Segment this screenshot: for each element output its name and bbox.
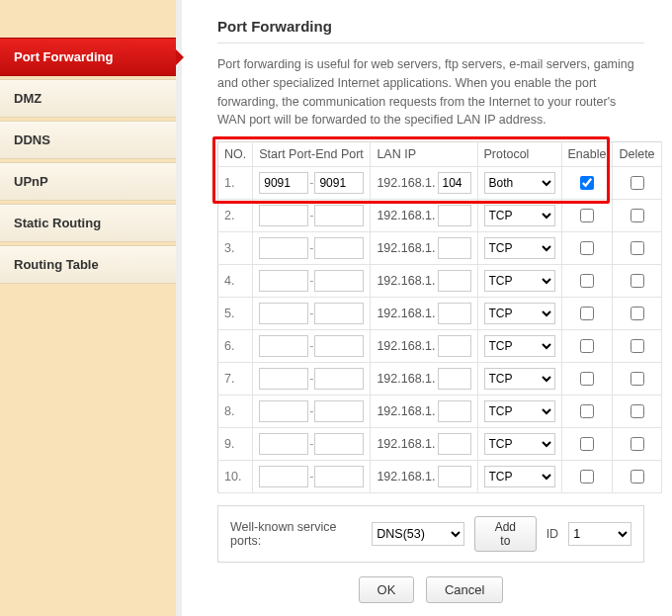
enable-checkbox[interactable]: [580, 307, 594, 320]
table-row: 3.-192.168.1.TCP: [218, 232, 662, 265]
lan-ip-last-input[interactable]: [438, 400, 471, 422]
sidebar-item-port-forwarding[interactable]: Port Forwarding: [0, 38, 176, 76]
enable-checkbox[interactable]: [580, 437, 594, 451]
lan-ip-prefix: 192.168.1.: [377, 307, 435, 320]
wellknown-ports-row: Well-known service ports: DNS(53) Add to…: [217, 505, 644, 563]
row-no: 4.: [218, 265, 253, 298]
table-row: 7.-192.168.1.TCP: [218, 363, 662, 396]
table-row: 9.-192.168.1.TCP: [218, 428, 662, 461]
start-port-input[interactable]: [259, 205, 308, 226]
protocol-select[interactable]: TCP: [484, 433, 555, 455]
enable-checkbox[interactable]: [580, 339, 594, 353]
enable-checkbox[interactable]: [580, 209, 594, 222]
enable-checkbox[interactable]: [580, 176, 594, 190]
end-port-input[interactable]: [314, 466, 364, 487]
lan-ip-last-input[interactable]: [438, 433, 471, 455]
table-row: 4.-192.168.1.TCP: [218, 265, 662, 298]
delete-checkbox[interactable]: [630, 372, 644, 386]
row-no: 2.: [218, 200, 253, 232]
start-port-input[interactable]: [259, 400, 308, 422]
wellknown-label: Well-known service ports:: [230, 520, 362, 548]
lan-ip-last-input[interactable]: [438, 172, 471, 194]
lan-ip-prefix: 192.168.1.: [377, 404, 435, 418]
delete-checkbox[interactable]: [630, 339, 644, 353]
delete-checkbox[interactable]: [630, 470, 644, 484]
lan-ip-prefix: 192.168.1.: [377, 437, 435, 451]
end-port-input[interactable]: [314, 335, 364, 357]
row-no: 9.: [218, 428, 253, 461]
end-port-input[interactable]: [314, 205, 364, 226]
lan-ip-prefix: 192.168.1.: [377, 339, 435, 353]
end-port-input[interactable]: [314, 172, 364, 194]
sidebar-item-label: Routing Table: [14, 257, 99, 272]
start-port-input[interactable]: [259, 270, 308, 292]
sidebar-item-ddns[interactable]: DDNS: [0, 121, 176, 159]
sidebar-item-routing-table[interactable]: Routing Table: [0, 245, 176, 284]
wellknown-service-select[interactable]: DNS(53): [372, 522, 464, 546]
sidebar-item-upnp[interactable]: UPnP: [0, 162, 176, 201]
protocol-select[interactable]: TCP: [484, 303, 555, 324]
sidebar-item-static-routing[interactable]: Static Routing: [0, 204, 176, 242]
start-port-input[interactable]: [259, 368, 308, 390]
protocol-select[interactable]: TCP: [484, 237, 555, 259]
sidebar-item-dmz[interactable]: DMZ: [0, 79, 176, 118]
lan-ip-last-input[interactable]: [438, 270, 471, 292]
th-enable: Enable: [561, 142, 613, 167]
end-port-input[interactable]: [314, 400, 364, 422]
table-row: 6.-192.168.1.TCP: [218, 330, 662, 363]
enable-checkbox[interactable]: [580, 404, 594, 418]
lan-ip-prefix: 192.168.1.: [377, 176, 435, 190]
th-ports: Start Port-End Port: [253, 142, 371, 167]
delete-checkbox[interactable]: [630, 307, 644, 320]
start-port-input[interactable]: [259, 335, 308, 357]
start-port-input[interactable]: [259, 433, 308, 455]
protocol-select[interactable]: TCP: [484, 335, 555, 357]
start-port-input[interactable]: [259, 303, 308, 324]
port-forwarding-table-wrap: NO. Start Port-End Port LAN IP Protocol …: [217, 141, 644, 493]
lan-ip-prefix: 192.168.1.: [377, 241, 435, 255]
table-row: 2.-192.168.1.TCP: [218, 200, 662, 232]
id-select[interactable]: 1: [568, 522, 631, 546]
protocol-select[interactable]: TCP: [484, 205, 555, 226]
enable-checkbox[interactable]: [580, 274, 594, 288]
enable-checkbox[interactable]: [580, 470, 594, 484]
delete-checkbox[interactable]: [630, 241, 644, 255]
protocol-select[interactable]: Both: [484, 172, 555, 194]
table-row: 10.-192.168.1.TCP: [218, 461, 662, 493]
lan-ip-last-input[interactable]: [438, 335, 471, 357]
lan-ip-last-input[interactable]: [438, 368, 471, 390]
end-port-input[interactable]: [314, 433, 364, 455]
cancel-button[interactable]: Cancel: [426, 576, 503, 603]
delete-checkbox[interactable]: [630, 437, 644, 451]
sidebar-item-label: DDNS: [14, 132, 50, 147]
end-port-input[interactable]: [314, 237, 364, 259]
protocol-select[interactable]: TCP: [484, 368, 555, 390]
delete-checkbox[interactable]: [630, 274, 644, 288]
lan-ip-last-input[interactable]: [438, 237, 471, 259]
delete-checkbox[interactable]: [630, 209, 644, 222]
row-no: 5.: [218, 298, 253, 330]
enable-checkbox[interactable]: [580, 372, 594, 386]
row-no: 3.: [218, 232, 253, 265]
sidebar-item-label: DMZ: [14, 91, 42, 106]
start-port-input[interactable]: [259, 172, 308, 194]
add-to-button[interactable]: Add to: [474, 516, 537, 552]
end-port-input[interactable]: [314, 368, 364, 390]
lan-ip-last-input[interactable]: [438, 466, 471, 487]
end-port-input[interactable]: [314, 303, 364, 324]
table-row: 8.-192.168.1.TCP: [218, 396, 662, 428]
lan-ip-last-input[interactable]: [438, 303, 471, 324]
delete-checkbox[interactable]: [630, 404, 644, 418]
delete-checkbox[interactable]: [630, 176, 644, 190]
lan-ip-last-input[interactable]: [438, 205, 471, 226]
protocol-select[interactable]: TCP: [484, 466, 555, 487]
ok-button[interactable]: OK: [359, 576, 415, 603]
protocol-select[interactable]: TCP: [484, 400, 555, 422]
protocol-select[interactable]: TCP: [484, 270, 555, 292]
start-port-input[interactable]: [259, 466, 308, 487]
enable-checkbox[interactable]: [580, 241, 594, 255]
lan-ip-prefix: 192.168.1.: [377, 470, 435, 484]
sidebar: Port Forwarding DMZ DDNS UPnP Static Rou…: [0, 0, 182, 616]
start-port-input[interactable]: [259, 237, 308, 259]
end-port-input[interactable]: [314, 270, 364, 292]
